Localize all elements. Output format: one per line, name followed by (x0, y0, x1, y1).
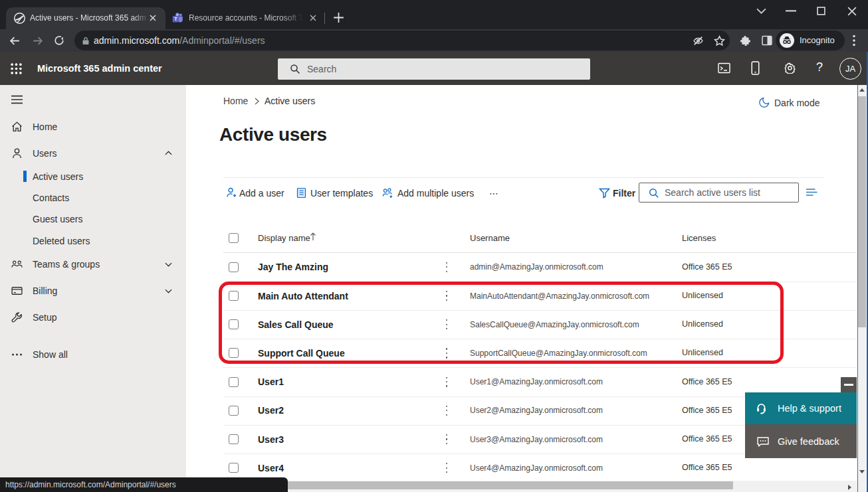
svg-text:T: T (174, 17, 177, 22)
